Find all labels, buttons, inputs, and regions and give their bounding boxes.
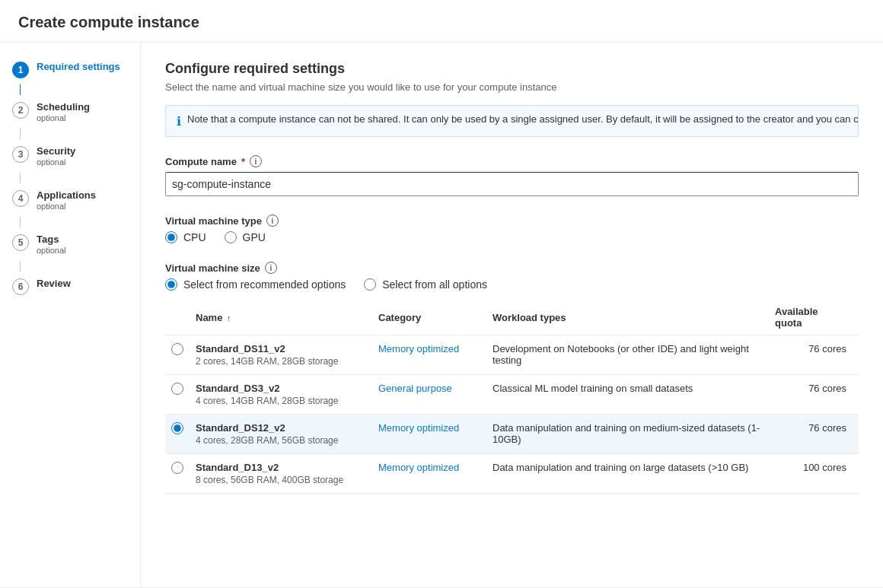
compute-name-label: Compute name * i — [165, 155, 859, 167]
row-category-cell[interactable]: Memory optimized — [378, 335, 493, 375]
vm-type-cpu-label: CPU — [183, 231, 206, 243]
row-radio-cell[interactable] — [165, 335, 196, 375]
step-number-6: 6 — [12, 278, 29, 295]
page-title: Create compute instance — [0, 0, 883, 43]
vm-size-radio-group: Select from recommended options Select f… — [165, 278, 859, 291]
vm-row-radio-3[interactable] — [171, 462, 183, 474]
sidebar-item-tags[interactable]: 5 Tags optional — [0, 227, 140, 261]
section-title: Configure required settings — [165, 61, 859, 77]
step-number-5: 5 — [12, 234, 29, 251]
sidebar-item-sub-3: optional — [37, 157, 75, 167]
category-link[interactable]: Memory optimized — [378, 343, 459, 354]
table-row[interactable]: Standard_D13_v28 cores, 56GB RAM, 400GB … — [165, 454, 859, 494]
vm-size-recommended-option[interactable]: Select from recommended options — [165, 278, 346, 291]
col-name[interactable]: Name ↑ — [196, 300, 378, 335]
compute-name-section: Compute name * i — [165, 155, 859, 196]
category-link[interactable]: Memory optimized — [378, 422, 459, 434]
sidebar-item-sub-4: optional — [37, 202, 96, 211]
sidebar-item-label-6: Review — [37, 278, 71, 289]
row-radio-cell[interactable] — [165, 375, 196, 415]
connector-3 — [20, 173, 21, 183]
vm-specs: 4 cores, 14GB RAM, 28GB storage — [196, 396, 369, 406]
vm-size-info-icon[interactable]: i — [265, 262, 277, 274]
col-category: Category — [378, 300, 493, 335]
sidebar-item-scheduling[interactable]: 2 Scheduling optional — [0, 95, 140, 129]
row-quota-cell: 100 cores — [775, 454, 859, 494]
step-number-3: 3 — [12, 146, 29, 163]
vm-type-info-icon[interactable]: i — [266, 215, 279, 227]
sidebar-item-label-5: Tags — [37, 234, 66, 245]
sidebar-item-label-3: Security — [37, 145, 75, 157]
vm-size-section: Virtual machine size i Select from recom… — [165, 262, 859, 494]
row-radio-cell[interactable] — [165, 454, 196, 494]
row-category-cell[interactable]: Memory optimized — [378, 454, 493, 494]
vm-type-gpu-radio[interactable] — [225, 231, 237, 243]
category-link[interactable]: Memory optimized — [378, 462, 459, 473]
vm-type-radio-group: CPU GPU — [165, 231, 859, 243]
vm-specs: 4 cores, 28GB RAM, 56GB storage — [196, 435, 369, 446]
workload-text: Data manipulation and training on large … — [493, 454, 775, 494]
row-category-cell[interactable]: General purpose — [378, 375, 493, 415]
sidebar-item-sub-2: optional — [37, 113, 90, 122]
col-radio — [165, 300, 196, 335]
sidebar-item-sub-5: optional — [37, 246, 66, 255]
connector-4 — [20, 217, 21, 227]
vm-size-all-radio[interactable] — [364, 278, 376, 291]
table-row[interactable]: Standard_DS11_v22 cores, 14GB RAM, 28GB … — [165, 335, 859, 375]
vm-row-radio-2[interactable] — [171, 422, 183, 434]
connector-2 — [20, 129, 21, 139]
compute-name-info-icon[interactable]: i — [250, 155, 262, 167]
row-name-cell: Standard_DS3_v24 cores, 14GB RAM, 28GB s… — [196, 375, 378, 415]
vm-size-all-option[interactable]: Select from all options — [364, 278, 487, 291]
row-quota-cell: 76 cores — [775, 335, 859, 375]
vm-row-radio-0[interactable] — [171, 343, 183, 355]
section-subtitle: Select the name and virtual machine size… — [165, 81, 859, 93]
vm-type-gpu-option[interactable]: GPU — [225, 231, 266, 243]
row-name-cell: Standard_DS11_v22 cores, 14GB RAM, 28GB … — [196, 335, 378, 375]
vm-size-table: Name ↑ Category Workload types Available… — [165, 300, 859, 494]
vm-specs: 8 cores, 56GB RAM, 400GB storage — [196, 475, 369, 485]
table-row[interactable]: Standard_DS12_v24 cores, 28GB RAM, 56GB … — [165, 415, 859, 454]
info-banner-text: Note that a compute instance can not be … — [187, 113, 859, 125]
sort-icon: ↑ — [227, 313, 231, 323]
sidebar-item-label-4: Applications — [37, 189, 96, 201]
step-number-1: 1 — [12, 62, 29, 78]
connector-5 — [20, 261, 21, 272]
sidebar-item-security[interactable]: 3 Security optional — [0, 139, 140, 173]
vm-size-recommended-label: Select from recommended options — [183, 278, 346, 291]
vm-type-cpu-option[interactable]: CPU — [165, 231, 206, 243]
vm-name: Standard_DS11_v2 — [196, 343, 369, 354]
step-number-2: 2 — [12, 102, 29, 119]
workload-text: Development on Notebooks (or other IDE) … — [493, 335, 775, 375]
row-quota-cell: 76 cores — [775, 375, 859, 415]
table-row[interactable]: Standard_DS3_v24 cores, 14GB RAM, 28GB s… — [165, 375, 859, 415]
vm-type-cpu-radio[interactable] — [165, 231, 177, 243]
sidebar-item-applications[interactable]: 4 Applications optional — [0, 183, 140, 217]
category-link[interactable]: General purpose — [378, 383, 452, 394]
row-quota-cell: 76 cores — [775, 415, 859, 454]
connector-1 — [20, 84, 21, 95]
vm-name: Standard_DS12_v2 — [196, 422, 369, 434]
sidebar-item-label-2: Scheduling — [37, 101, 90, 113]
row-name-cell: Standard_D13_v28 cores, 56GB RAM, 400GB … — [196, 454, 378, 494]
main-content: Configure required settings Select the n… — [141, 43, 883, 587]
vm-size-label: Virtual machine size i — [165, 262, 859, 274]
col-workload: Workload types — [493, 300, 775, 335]
row-name-cell: Standard_DS12_v24 cores, 28GB RAM, 56GB … — [196, 415, 378, 454]
vm-row-radio-1[interactable] — [171, 383, 183, 395]
row-category-cell[interactable]: Memory optimized — [378, 415, 493, 454]
compute-name-input[interactable] — [165, 172, 859, 196]
info-banner: ℹ Note that a compute instance can not b… — [165, 105, 859, 137]
sidebar-item-review[interactable]: 6 Review — [0, 272, 140, 301]
vm-specs: 2 cores, 14GB RAM, 28GB storage — [196, 356, 369, 367]
workload-text: Classical ML model training on small dat… — [493, 375, 775, 415]
vm-size-all-label: Select from all options — [382, 278, 487, 291]
vm-name: Standard_DS3_v2 — [196, 383, 369, 394]
vm-type-gpu-label: GPU — [243, 231, 266, 243]
row-radio-cell[interactable] — [165, 415, 196, 454]
col-quota: Available quota — [775, 300, 859, 335]
vm-type-section: Virtual machine type i CPU GPU — [165, 215, 859, 243]
sidebar-item-required-settings[interactable]: 1 Required settings — [0, 55, 140, 84]
vm-size-recommended-radio[interactable] — [165, 278, 177, 291]
sidebar: 1 Required settings 2 Scheduling optiona… — [0, 43, 141, 587]
